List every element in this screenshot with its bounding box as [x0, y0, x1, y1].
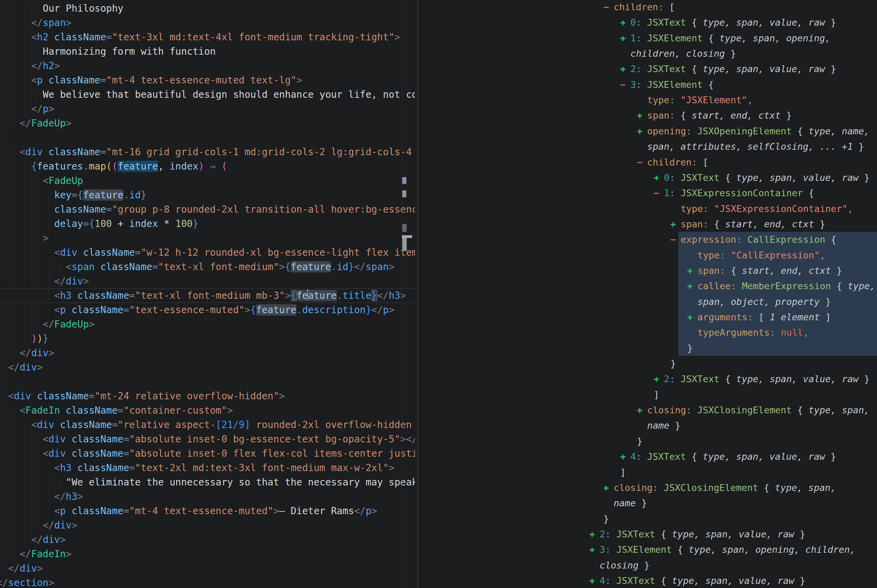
ast-tree-lines: −children: [+0: JSXText { type, span, va…	[0, 0, 877, 588]
collapse-toggle-icon[interactable]: −	[620, 77, 626, 93]
ast-node-line[interactable]: }	[0, 434, 877, 449]
ast-node-text: 1: JSXElement { type, span, opening,	[631, 30, 830, 46]
ast-node-text: span, attributes, selfClosing, ... +1 }	[647, 139, 864, 154]
ast-node-line[interactable]: span, attributes, selfClosing, ... +1 }	[0, 139, 877, 154]
expand-toggle-icon[interactable]: +	[589, 526, 595, 542]
ast-node-line[interactable]: −1: JSXExpressionContainer {	[0, 185, 877, 201]
ast-node-line[interactable]: +arguments: [ 1 element ]	[0, 309, 877, 325]
ast-node-text: 4: JSXText { type, span, value, raw }	[631, 449, 836, 465]
ast-node-line[interactable]: +opening: JSXOpeningElement { type, name…	[0, 123, 877, 139]
ast-node-line[interactable]: name }	[0, 418, 877, 434]
ast-node-text: }	[687, 340, 693, 356]
ast-node-text: children: [	[614, 0, 675, 15]
ast-node-line[interactable]: +1: JSXElement { type, span, opening,	[0, 30, 877, 46]
expand-toggle-icon[interactable]: +	[620, 15, 626, 30]
ast-node-text: expression: CallExpression {	[681, 232, 836, 248]
expand-toggle-icon[interactable]: +	[654, 371, 659, 387]
ast-node-line[interactable]: +2: JSXText { type, span, value, raw }	[0, 526, 877, 542]
ast-node-text: ]	[654, 387, 659, 403]
ast-node-text: 3: JSXElement {	[631, 77, 714, 93]
app-window: Our Philosophy</span><h2 className="text…	[0, 0, 877, 588]
ast-node-line[interactable]: +0: JSXText { type, span, value, raw }	[0, 170, 877, 186]
ast-node-line[interactable]: type: "JSXExpressionContainer",	[0, 201, 877, 217]
expand-toggle-icon[interactable]: +	[620, 61, 626, 77]
ast-node-text: 4: JSXText { type, span, value, raw }	[599, 573, 805, 588]
ast-node-text: type: "JSXExpressionContainer",	[681, 201, 853, 217]
ast-node-text: closing }	[599, 558, 650, 573]
expand-toggle-icon[interactable]: +	[589, 542, 595, 558]
ast-node-text: ]	[620, 465, 626, 480]
ast-node-text: opening: JSXOpeningElement { type, name,	[647, 123, 869, 139]
ast-node-text: closing: JSXClosingElement { type, span,	[614, 480, 836, 496]
ast-node-text: name }	[647, 418, 681, 434]
ast-node-line[interactable]: +4: JSXText { type, span, value, raw }	[0, 573, 877, 588]
ast-node-line[interactable]: children, closing }	[0, 46, 877, 62]
ast-node-text: callee: MemberExpression { type,	[697, 278, 875, 294]
collapse-toggle-icon[interactable]: −	[670, 232, 676, 248]
ast-node-line[interactable]: }	[0, 511, 877, 527]
ast-node-text: }	[604, 511, 609, 527]
ast-node-line[interactable]: +callee: MemberExpression { type,	[0, 278, 877, 294]
ast-node-line[interactable]: }	[0, 356, 877, 372]
ast-node-text: 0: JSXText { type, span, value, raw }	[631, 15, 836, 30]
ast-node-line[interactable]: −3: JSXElement {	[0, 77, 877, 93]
ast-node-line[interactable]: name }	[0, 495, 877, 511]
expand-toggle-icon[interactable]: +	[654, 170, 659, 186]
expand-toggle-icon[interactable]: +	[589, 573, 595, 588]
ast-node-text: 3: JSXElement { type, span, opening, chi…	[599, 542, 856, 558]
panel-divider[interactable]	[417, 0, 418, 588]
ast-node-text: span: { start, end, ctxt }	[647, 108, 792, 123]
ast-node-line[interactable]: +span: { start, end, ctxt }	[0, 263, 877, 279]
ast-node-text: 2: JSXText { type, span, value, raw }	[599, 526, 805, 542]
ast-node-line[interactable]: closing }	[0, 558, 877, 573]
expand-toggle-icon[interactable]: +	[670, 216, 676, 232]
ast-node-text: arguments: [ 1 element ]	[697, 309, 831, 325]
ast-node-text: 2: JSXText { type, span, value, raw }	[631, 61, 836, 77]
ast-node-text: typeArguments: null,	[697, 325, 809, 340]
ast-node-line[interactable]: +4: JSXText { type, span, value, raw }	[0, 449, 877, 465]
expand-toggle-icon[interactable]: +	[604, 480, 609, 496]
ast-node-line[interactable]: +span: { start, end, ctxt }	[0, 216, 877, 232]
ast-node-line[interactable]: +3: JSXElement { type, span, opening, ch…	[0, 542, 877, 558]
expand-toggle-icon[interactable]: +	[637, 402, 642, 418]
expand-toggle-icon[interactable]: +	[637, 123, 642, 139]
ast-node-text: 0: JSXText { type, span, value, raw }	[664, 170, 869, 186]
ast-node-text: children: [	[647, 154, 708, 170]
expand-toggle-icon[interactable]: +	[620, 30, 626, 46]
ast-node-text: span: { start, end, ctxt }	[681, 216, 825, 232]
expand-toggle-icon[interactable]: +	[620, 449, 626, 465]
ast-node-line[interactable]: +closing: JSXClosingElement { type, span…	[0, 480, 877, 496]
expand-toggle-icon[interactable]: +	[637, 108, 642, 123]
collapse-toggle-icon[interactable]: −	[637, 154, 642, 170]
ast-node-line[interactable]: ]	[0, 387, 877, 403]
ast-node-text: 2: JSXText { type, span, value, raw }	[664, 371, 869, 387]
ast-node-line[interactable]: ]	[0, 465, 877, 480]
ast-node-text: name }	[614, 495, 647, 511]
ast-node-line[interactable]: +span: { start, end, ctxt }	[0, 108, 877, 123]
ast-node-line[interactable]: type: "CallExpression",	[0, 248, 877, 263]
ast-node-line[interactable]: }	[0, 340, 877, 356]
ast-node-line[interactable]: −expression: CallExpression {	[0, 232, 877, 248]
expand-toggle-icon[interactable]: +	[687, 263, 693, 279]
ast-node-line[interactable]: +0: JSXText { type, span, value, raw }	[0, 15, 877, 30]
ast-node-text: span, object, property }	[697, 294, 831, 310]
collapse-toggle-icon[interactable]: −	[654, 185, 659, 201]
ast-node-text: children, closing }	[631, 46, 736, 62]
ast-node-line[interactable]: type: "JSXElement",	[0, 92, 877, 108]
ast-node-line[interactable]: +closing: JSXClosingElement { type, span…	[0, 402, 877, 418]
ast-node-text: 1: JSXExpressionContainer {	[664, 185, 814, 201]
ast-node-text: closing: JSXClosingElement { type, span,	[647, 402, 869, 418]
expand-toggle-icon[interactable]: +	[687, 309, 693, 325]
ast-node-text: type: "JSXElement",	[647, 92, 753, 108]
expand-toggle-icon[interactable]: +	[687, 278, 693, 294]
ast-node-line[interactable]: −children: [	[0, 0, 877, 15]
ast-node-text: }	[637, 434, 642, 449]
collapse-toggle-icon[interactable]: −	[604, 0, 609, 15]
ast-node-line[interactable]: typeArguments: null,	[0, 325, 877, 340]
ast-node-text: type: "CallExpression",	[697, 248, 825, 263]
ast-node-line[interactable]: −children: [	[0, 154, 877, 170]
ast-node-line[interactable]: +2: JSXText { type, span, value, raw }	[0, 371, 877, 387]
ast-node-line[interactable]: +2: JSXText { type, span, value, raw }	[0, 61, 877, 77]
ast-node-text: span: { start, end, ctxt }	[697, 263, 842, 279]
ast-node-line[interactable]: span, object, property }	[0, 294, 877, 310]
